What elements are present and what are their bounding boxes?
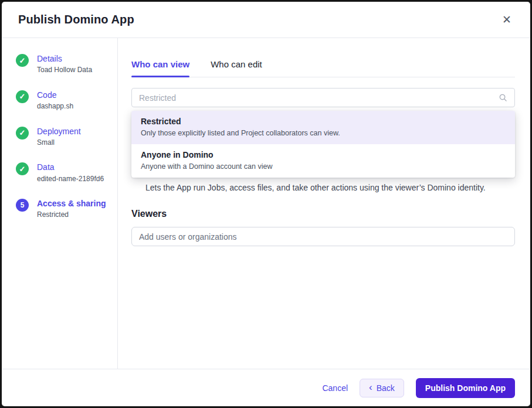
step-data[interactable]: ✓ Data edited-name-2189fd6: [16, 162, 111, 183]
dialog-header: Publish Domino App ✕: [2, 2, 530, 38]
step-sublabel: Toad Hollow Data: [37, 66, 92, 75]
step-sublabel: edited-name-2189fd6: [37, 175, 104, 184]
check-icon: ✓: [16, 54, 29, 67]
step-code[interactable]: ✓ Code dashapp.sh: [16, 90, 111, 111]
step-text: Deployment Small: [37, 126, 81, 148]
tabs: Who can view Who can edit: [131, 59, 515, 77]
check-icon: ✓: [16, 162, 29, 175]
step-sublabel: Restricted: [37, 210, 106, 220]
publish-button[interactable]: Publish Domino App: [416, 378, 515, 398]
check-icon: ✓: [16, 127, 29, 140]
step-label: Deployment: [37, 126, 81, 137]
visibility-select[interactable]: Restricted: [131, 88, 515, 107]
back-button-label: Back: [377, 383, 395, 393]
dialog-footer: Cancel ‹ Back Publish Domino App: [2, 369, 530, 406]
close-icon: ✕: [502, 14, 511, 25]
access-sharing-panel: Who can view Who can edit Restricted All…: [118, 38, 530, 369]
screen-frame: Publish Domino App ✕ ✓ Details Toad Holl…: [0, 0, 532, 408]
option-title: Restricted: [141, 116, 506, 127]
steps-sidebar: ✓ Details Toad Hollow Data ✓ Code dashap…: [2, 38, 118, 369]
visibility-select-placeholder: Restricted: [139, 93, 176, 103]
search-icon: [499, 93, 507, 102]
cancel-button[interactable]: Cancel: [322, 383, 348, 393]
publish-domino-app-dialog: Publish Domino App ✕ ✓ Details Toad Holl…: [2, 2, 530, 406]
option-description: Anyone with a Domino account can view: [141, 162, 506, 172]
option-anyone-in-domino[interactable]: Anyone in Domino Anyone with a Domino ac…: [131, 144, 515, 178]
step-access-sharing[interactable]: 5 Access & sharing Restricted: [16, 198, 111, 220]
tab-who-can-view[interactable]: Who can view: [131, 59, 189, 77]
dialog-body: ✓ Details Toad Hollow Data ✓ Code dashap…: [2, 38, 530, 369]
back-button[interactable]: ‹ Back: [360, 379, 404, 397]
tab-who-can-edit[interactable]: Who can edit: [211, 59, 262, 77]
step-deployment[interactable]: ✓ Deployment Small: [16, 126, 111, 148]
step-text: Data edited-name-2189fd6: [37, 162, 104, 183]
add-viewers-input[interactable]: [131, 227, 515, 246]
option-description: Only those explicitly listed and Project…: [141, 128, 506, 138]
step-sublabel: Small: [37, 138, 81, 148]
close-button[interactable]: ✕: [499, 12, 515, 28]
step-label: Access & sharing: [37, 198, 106, 209]
step-text: Details Toad Hollow Data: [37, 53, 92, 75]
act-for-viewers-description: Lets the App run Jobs, access files, and…: [145, 182, 515, 193]
step-details[interactable]: ✓ Details Toad Hollow Data: [16, 53, 111, 75]
step-sublabel: dashapp.sh: [37, 102, 73, 111]
dialog-title: Publish Domino App: [18, 13, 134, 26]
step-label: Details: [37, 53, 92, 64]
step-label: Code: [37, 90, 73, 100]
option-title: Anyone in Domino: [141, 149, 506, 161]
option-restricted[interactable]: Restricted Only those explicitly listed …: [131, 111, 515, 144]
viewers-heading: Viewers: [131, 209, 515, 219]
step-text: Code dashapp.sh: [37, 90, 73, 111]
step-label: Data: [37, 162, 104, 172]
step-text: Access & sharing Restricted: [37, 198, 106, 220]
check-icon: ✓: [16, 90, 29, 103]
visibility-dropdown: Restricted Only those explicitly listed …: [131, 111, 515, 178]
chevron-left-icon: ‹: [369, 382, 372, 392]
step-number-badge: 5: [16, 199, 29, 212]
